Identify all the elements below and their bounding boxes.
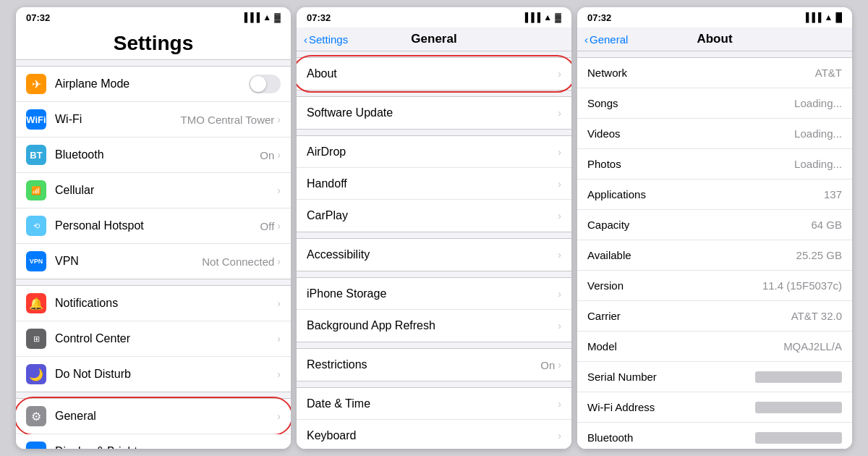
row-wifi[interactable]: WiFi Wi-Fi TMO Central Tower › (16, 102, 291, 138)
network-value: AT&T (815, 67, 842, 79)
wifi-address-label: Wi-Fi Address (587, 401, 755, 413)
accessibility-label: Accessibility (307, 248, 558, 261)
about-content: Network AT&T Songs Loading... Videos Loa… (577, 51, 852, 449)
applications-label: Applications (587, 188, 824, 200)
airdrop-label: AirDrop (307, 145, 558, 159)
wifi-icon-2: ▲ (543, 12, 552, 22)
row-airplane-mode[interactable]: ✈ Airplane Mode (16, 67, 291, 102)
row-about[interactable]: About › (297, 58, 571, 90)
date-time-chevron: › (558, 398, 561, 410)
general-nav-bar: ‹ Settings General (297, 28, 571, 51)
general-content: About › Software Update › (297, 51, 571, 449)
section-software: Software Update › (297, 96, 571, 130)
airdrop-chevron: › (558, 146, 561, 158)
accessibility-chevron: › (558, 249, 561, 261)
restrictions-value: On (540, 359, 555, 371)
battery-icon-2: ▓ (555, 12, 561, 22)
software-group: Software Update › (297, 96, 571, 130)
wifi-icon-3: ▲ (825, 12, 833, 22)
iphone-storage-chevron: › (558, 288, 561, 300)
general-chevron: › (277, 410, 281, 422)
row-date-time[interactable]: Date & Time › (297, 388, 571, 420)
available-value: 25.25 GB (796, 249, 842, 261)
general-screen: 07:32 ▐▐▐ ▲ ▓ ‹ Settings General About (297, 7, 571, 449)
section-accessibility: Accessibility › (297, 238, 571, 271)
back-label[interactable]: Settings (309, 33, 348, 46)
do-not-disturb-label: Do Not Disturb (55, 368, 277, 381)
settings-screen: 07:32 ▐▐▐ ▲ ▓ Settings ✈ Airplane Mode (16, 7, 291, 449)
status-bar-2: 07:32 ▐▐▐ ▲ ▓ (297, 7, 571, 28)
carrier-label: Carrier (587, 310, 791, 322)
row-vpn[interactable]: VPN VPN Not Connected › (16, 244, 291, 279)
serial-value (755, 371, 842, 383)
back-chevron-icon-2: ‹ (584, 33, 588, 46)
row-personal-hotspot[interactable]: ⟲ Personal Hotspot Off › (16, 208, 291, 244)
sharing-group: AirDrop › Handoff › CarPlay › (297, 135, 571, 232)
status-icons-3: ▐▐▐ ▲ █ (803, 12, 842, 22)
about-label: About (307, 67, 558, 80)
display-icon: AA (26, 442, 46, 449)
row-general[interactable]: ⚙ General › (16, 399, 291, 434)
row-keyboard[interactable]: Keyboard › (297, 420, 571, 449)
row-notifications[interactable]: 🔔 Notifications › (16, 286, 291, 321)
available-label: Available (587, 249, 796, 261)
status-bar-1: 07:32 ▐▐▐ ▲ ▓ (16, 7, 291, 28)
time-2: 07:32 (307, 12, 331, 23)
model-label: Model (587, 340, 783, 352)
row-bluetooth[interactable]: BT Bluetooth On › (16, 138, 291, 173)
videos-label: Videos (587, 127, 794, 140)
back-to-general[interactable]: ‹ General (584, 33, 628, 46)
software-update-label: Software Update (307, 106, 558, 119)
videos-value: Loading... (794, 127, 842, 140)
carrier-value: AT&T 32.0 (791, 310, 842, 322)
row-do-not-disturb[interactable]: 🌙 Do Not Disturb › (16, 357, 291, 392)
wifi-icon: ▲ (263, 12, 271, 22)
about-row-available: Available 25.25 GB (577, 240, 852, 271)
section-alerts: 🔔 Notifications › ⊞ Control Center › 🌙 D… (16, 285, 291, 392)
songs-label: Songs (587, 97, 794, 109)
signal-icon: ▐▐▐ (242, 12, 260, 22)
serial-label: Serial Number (587, 371, 755, 383)
back-to-settings[interactable]: ‹ Settings (304, 33, 348, 46)
bluetooth-chevron: › (277, 149, 281, 161)
time-1: 07:32 (26, 12, 50, 23)
vpn-label: VPN (55, 255, 202, 268)
wifi-value: TMO Central Tower (181, 114, 275, 126)
vpn-icon: VPN (26, 251, 46, 271)
back-label-2[interactable]: General (590, 33, 628, 46)
about-row-songs: Songs Loading... (577, 88, 852, 119)
row-software-update[interactable]: Software Update › (297, 97, 571, 129)
row-carplay[interactable]: CarPlay › (297, 200, 571, 232)
wifi-address-value (755, 402, 842, 413)
row-cellular[interactable]: 📶 Cellular › (16, 173, 291, 208)
about-row-bluetooth: Bluetooth (577, 423, 852, 449)
model-value: MQAJ2LL/A (783, 340, 842, 352)
songs-value: Loading... (794, 97, 842, 109)
software-update-chevron: › (558, 107, 561, 119)
about-row-wifi: Wi-Fi Address (577, 392, 852, 423)
about-row-applications: Applications 137 (577, 180, 852, 210)
time-3: 07:32 (587, 12, 611, 23)
control-center-chevron: › (277, 333, 281, 345)
row-restrictions[interactable]: Restrictions On › (297, 349, 571, 381)
restrictions-group: Restrictions On › (297, 348, 571, 381)
iphone-storage-label: iPhone Storage (307, 287, 558, 300)
row-display[interactable]: AA Display & Brightness › (16, 434, 291, 449)
row-background-refresh[interactable]: Background App Refresh › (297, 310, 571, 342)
about-group: About › (297, 57, 571, 90)
general-label: General (55, 410, 277, 423)
signal-icon-3: ▐▐▐ (803, 12, 822, 22)
airplane-icon: ✈ (26, 74, 46, 94)
airplane-toggle[interactable] (249, 75, 281, 93)
row-iphone-storage[interactable]: iPhone Storage › (297, 278, 571, 310)
do-not-disturb-chevron: › (277, 368, 281, 380)
row-accessibility[interactable]: Accessibility › (297, 239, 571, 271)
about-chevron: › (558, 68, 561, 80)
row-airdrop[interactable]: AirDrop › (297, 136, 571, 168)
restrictions-label: Restrictions (307, 358, 540, 371)
restrictions-chevron: › (558, 359, 561, 371)
row-control-center[interactable]: ⊞ Control Center › (16, 321, 291, 357)
settings-title: Settings (114, 32, 193, 55)
wifi-chevron: › (277, 114, 281, 125)
row-handoff[interactable]: Handoff › (297, 168, 571, 200)
